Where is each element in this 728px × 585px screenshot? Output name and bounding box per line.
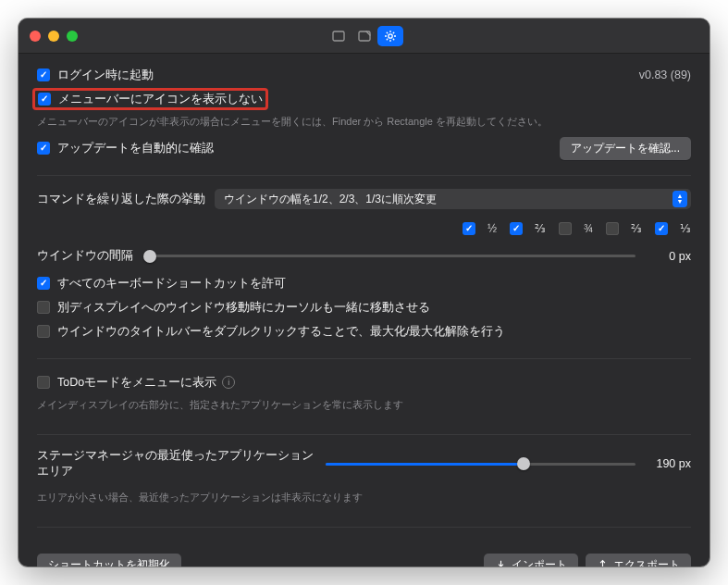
check-updates-label: アップデートを確認... [571, 141, 680, 156]
doubleclick-row: ウインドウのタイトルバーをダブルクリックすることで、最大化/最大化解除を行う [37, 321, 691, 342]
todo-row: ToDoモードをメニューに表示 i [37, 372, 691, 392]
export-label: エクスポート [613, 557, 680, 566]
tab-shortcuts[interactable] [326, 26, 352, 46]
titlebar [19, 19, 709, 54]
tab-snap[interactable] [352, 26, 377, 46]
fraction-threequarters-checkbox[interactable] [559, 222, 572, 235]
launch-at-login-checkbox[interactable] [37, 68, 50, 81]
svg-rect-0 [333, 31, 344, 41]
launch-at-login-row: ログイン時に起動 v0.83 (89) [37, 65, 691, 85]
version-label: v0.83 (89) [639, 68, 691, 81]
allow-shortcuts-row: すべてのキーボードショートカットを許可 [37, 273, 691, 293]
zoom-button[interactable] [67, 31, 78, 42]
gap-slider[interactable] [150, 249, 635, 264]
todo-label: ToDoモードをメニューに表示 [57, 375, 216, 391]
hide-menubar-icon-row: メニューバーにアイコンを表示しない [37, 89, 691, 109]
fraction-half-checkbox[interactable] [463, 222, 475, 235]
move-cursor-row: 別ディスプレイへのウインドウ移動時にカーソルも一緒に移動させる [37, 297, 691, 317]
export-icon [597, 559, 609, 566]
minimize-button[interactable] [48, 31, 59, 42]
fraction-twothirds2-label: ⅔ [631, 222, 642, 235]
settings-window: ログイン時に起動 v0.83 (89) メニューバーにアイコンを表示しない メニ… [19, 19, 709, 566]
auto-update-label: アップデートを自動的に確認 [57, 141, 214, 156]
auto-update-row: アップデートを自動的に確認 アップデートを確認... [37, 138, 691, 158]
allow-shortcuts-checkbox[interactable] [37, 277, 50, 290]
repeat-selected: ウインドウの幅を1/2、2/3、1/3に順次変更 [224, 192, 437, 207]
reset-shortcuts-button[interactable]: ショートカットを初期化 [37, 554, 181, 566]
fraction-half-label: ½ [487, 222, 497, 235]
doubleclick-label: ウインドウのタイトルバーをダブルクリックすることで、最大化/最大化解除を行う [57, 324, 505, 340]
stage-helper: エリアが小さい場合、最近使ったアプリケーションは非表示になります [37, 491, 691, 504]
reset-shortcuts-label: ショートカットを初期化 [48, 557, 170, 566]
check-updates-button[interactable]: アップデートを確認... [560, 137, 691, 160]
fraction-twothirds-checkbox[interactable] [510, 222, 523, 235]
svg-point-2 [388, 33, 391, 37]
gap-label: ウインドウの間隔 [37, 248, 139, 264]
launch-at-login-label: ログイン時に起動 [57, 68, 154, 83]
separator-1 [37, 175, 691, 176]
fraction-onethird-label: ⅓ [680, 222, 691, 235]
stage-label: ステージマネージャの最近使ったアプリケーションエリア [37, 448, 315, 479]
allow-shortcuts-label: すべてのキーボードショートカットを許可 [57, 276, 286, 292]
move-cursor-checkbox[interactable] [37, 301, 50, 314]
stage-value: 190 px [647, 457, 691, 470]
repeat-label: コマンドを繰り返した際の挙動 [37, 192, 205, 207]
fraction-threequarters-label: ¾ [584, 222, 593, 235]
highlight-box: メニューバーにアイコンを表示しない [32, 88, 268, 110]
move-cursor-label: 別ディスプレイへのウインドウ移動時にカーソルも一緒に移動させる [57, 300, 430, 316]
stage-thumb[interactable] [517, 457, 530, 470]
import-label: インポート [512, 557, 567, 566]
toolbar-tabs [326, 26, 403, 46]
repeat-dropdown[interactable]: ウインドウの幅を1/2、2/3、1/3に順次変更 ▲▼ [215, 189, 691, 209]
gap-value: 0 px [647, 250, 691, 263]
info-icon[interactable]: i [222, 376, 235, 389]
import-icon [495, 559, 507, 566]
hide-menubar-icon-helper: メニューバーのアイコンが非表示の場合にメニューを開くには、Finder から R… [37, 115, 691, 129]
hide-menubar-icon-checkbox[interactable] [38, 93, 51, 106]
separator-2 [37, 358, 691, 359]
hide-menubar-icon-label: メニューバーにアイコンを表示しない [58, 92, 263, 107]
footer: ショートカットを初期化 インポート エクスポート [37, 541, 691, 566]
gap-thumb[interactable] [143, 250, 156, 263]
fraction-twothirds2-checkbox[interactable] [606, 222, 619, 235]
export-button[interactable]: エクスポート [586, 554, 691, 566]
gap-row: ウインドウの間隔 0 px [37, 248, 691, 264]
stage-track-fill [326, 463, 524, 466]
separator-4 [37, 527, 691, 528]
gap-track [150, 255, 635, 257]
fraction-twothirds-label: ⅔ [535, 222, 546, 235]
repeat-row: コマンドを繰り返した際の挙動 ウインドウの幅を1/2、2/3、1/3に順次変更 … [37, 189, 691, 209]
content: ログイン時に起動 v0.83 (89) メニューバーにアイコンを表示しない メニ… [19, 54, 709, 566]
todo-helper: メインディスプレイの右部分に、指定されたアプリケーションを常に表示します [37, 398, 691, 412]
doubleclick-checkbox[interactable] [37, 325, 50, 338]
separator-3 [37, 434, 691, 435]
stage-row: ステージマネージャの最近使ったアプリケーションエリア 190 px [37, 448, 691, 479]
import-button[interactable]: インポート [484, 554, 578, 566]
dropdown-arrows-icon: ▲▼ [672, 191, 687, 207]
close-button[interactable] [30, 31, 41, 42]
tab-settings[interactable] [377, 26, 403, 46]
todo-checkbox[interactable] [37, 376, 50, 389]
stage-slider[interactable] [326, 456, 635, 471]
auto-update-checkbox[interactable] [37, 142, 50, 155]
fraction-row: ½ ⅔ ¾ ⅔ ⅓ [37, 222, 691, 235]
fraction-onethird-checkbox[interactable] [655, 222, 668, 235]
window-controls [30, 31, 78, 42]
